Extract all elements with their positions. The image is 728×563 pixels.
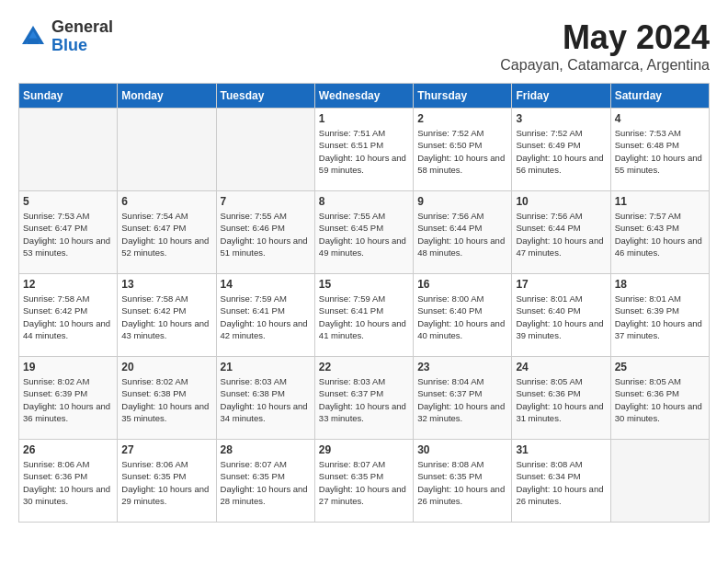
day-info: Sunrise: 7:59 AMSunset: 6:41 PMDaylight:… <box>221 293 311 341</box>
day-info: Sunrise: 8:07 AMSunset: 6:35 PMDaylight:… <box>221 458 311 507</box>
day-info: Sunrise: 7:53 AMSunset: 6:47 PMDaylight:… <box>23 210 113 259</box>
day-number: 20 <box>121 361 211 373</box>
day-info: Sunrise: 7:55 AMSunset: 6:46 PMDaylight:… <box>221 210 311 259</box>
day-number: 2 <box>417 112 507 125</box>
day-number: 12 <box>23 278 113 291</box>
day-number: 27 <box>121 443 211 456</box>
day-number: 28 <box>221 443 311 456</box>
day-number: 3 <box>516 112 606 125</box>
calendar-day-cell: 1Sunrise: 7:51 AMSunset: 6:51 PMDaylight… <box>314 109 413 191</box>
calendar-day-cell: 5Sunrise: 7:53 AMSunset: 6:47 PMDaylight… <box>19 191 118 274</box>
calendar-day-header: Friday <box>512 84 610 109</box>
calendar-day-cell: 20Sunrise: 8:02 AMSunset: 6:38 PMDayligh… <box>118 357 216 440</box>
calendar-day-cell: 19Sunrise: 8:02 AMSunset: 6:39 PMDayligh… <box>19 357 118 440</box>
calendar-day-cell: 22Sunrise: 8:03 AMSunset: 6:37 PMDayligh… <box>314 357 413 440</box>
day-number: 18 <box>615 278 705 291</box>
day-info: Sunrise: 8:03 AMSunset: 6:38 PMDaylight:… <box>221 375 311 424</box>
calendar-day-cell: 9Sunrise: 7:56 AMSunset: 6:44 PMDaylight… <box>414 191 512 274</box>
day-number: 14 <box>221 278 311 291</box>
day-info: Sunrise: 8:01 AMSunset: 6:39 PMDaylight:… <box>615 293 705 341</box>
month-title: May 2024 <box>500 18 710 57</box>
calendar-day-cell: 28Sunrise: 8:07 AMSunset: 6:35 PMDayligh… <box>216 440 314 523</box>
day-info: Sunrise: 8:03 AMSunset: 6:37 PMDaylight:… <box>319 375 409 424</box>
calendar-day-cell: 11Sunrise: 7:57 AMSunset: 6:43 PMDayligh… <box>610 191 709 274</box>
day-info: Sunrise: 7:58 AMSunset: 6:42 PMDaylight:… <box>23 293 113 341</box>
logo-blue-text: Blue <box>51 36 87 54</box>
calendar-day-cell: 25Sunrise: 8:05 AMSunset: 6:36 PMDayligh… <box>610 357 709 440</box>
day-info: Sunrise: 7:54 AMSunset: 6:47 PMDaylight:… <box>121 210 211 259</box>
day-info: Sunrise: 7:51 AMSunset: 6:51 PMDaylight:… <box>319 127 409 176</box>
day-number: 15 <box>319 278 409 291</box>
day-number: 25 <box>615 361 705 373</box>
day-number: 31 <box>516 443 606 456</box>
day-number: 26 <box>23 443 113 456</box>
day-number: 9 <box>417 195 507 208</box>
day-number: 6 <box>121 195 211 208</box>
day-info: Sunrise: 8:02 AMSunset: 6:39 PMDaylight:… <box>23 375 113 424</box>
calendar-day-cell: 6Sunrise: 7:54 AMSunset: 6:47 PMDaylight… <box>118 191 216 274</box>
calendar-day-header: Thursday <box>414 84 512 109</box>
calendar-day-cell <box>610 440 709 523</box>
day-info: Sunrise: 7:52 AMSunset: 6:50 PMDaylight:… <box>417 127 507 176</box>
calendar-week-row: 12Sunrise: 7:58 AMSunset: 6:42 PMDayligh… <box>19 274 710 357</box>
calendar-day-cell: 7Sunrise: 7:55 AMSunset: 6:46 PMDaylight… <box>216 191 314 274</box>
calendar-day-cell: 17Sunrise: 8:01 AMSunset: 6:40 PMDayligh… <box>512 274 610 357</box>
calendar-day-header: Wednesday <box>314 84 413 109</box>
calendar-day-cell <box>118 109 216 191</box>
calendar-day-cell: 31Sunrise: 8:08 AMSunset: 6:34 PMDayligh… <box>512 440 610 523</box>
day-number: 13 <box>121 278 211 291</box>
day-number: 16 <box>417 278 507 291</box>
day-number: 30 <box>417 443 507 456</box>
calendar-day-cell: 12Sunrise: 7:58 AMSunset: 6:42 PMDayligh… <box>19 274 118 357</box>
day-number: 21 <box>221 361 311 373</box>
calendar-day-cell: 30Sunrise: 8:08 AMSunset: 6:35 PMDayligh… <box>414 440 512 523</box>
calendar-day-header: Saturday <box>610 84 709 109</box>
calendar-day-cell: 18Sunrise: 8:01 AMSunset: 6:39 PMDayligh… <box>610 274 709 357</box>
day-info: Sunrise: 7:56 AMSunset: 6:44 PMDaylight:… <box>516 210 606 259</box>
day-info: Sunrise: 8:08 AMSunset: 6:35 PMDaylight:… <box>417 458 507 507</box>
day-number: 22 <box>319 361 409 373</box>
day-number: 23 <box>417 361 507 373</box>
day-info: Sunrise: 8:05 AMSunset: 6:36 PMDaylight:… <box>615 375 705 424</box>
calendar-day-cell <box>19 109 118 191</box>
calendar-day-cell: 2Sunrise: 7:52 AMSunset: 6:50 PMDaylight… <box>414 109 512 191</box>
day-info: Sunrise: 7:56 AMSunset: 6:44 PMDaylight:… <box>417 210 507 259</box>
day-number: 7 <box>221 195 311 208</box>
logo-general-text: General <box>51 17 113 36</box>
calendar-body: 1Sunrise: 7:51 AMSunset: 6:51 PMDaylight… <box>19 109 710 523</box>
calendar-day-cell: 24Sunrise: 8:05 AMSunset: 6:36 PMDayligh… <box>512 357 610 440</box>
day-info: Sunrise: 8:01 AMSunset: 6:40 PMDaylight:… <box>516 293 606 341</box>
calendar-day-cell <box>216 109 314 191</box>
calendar-week-row: 19Sunrise: 8:02 AMSunset: 6:39 PMDayligh… <box>19 357 710 440</box>
day-info: Sunrise: 8:08 AMSunset: 6:34 PMDaylight:… <box>516 458 606 507</box>
calendar-week-row: 1Sunrise: 7:51 AMSunset: 6:51 PMDaylight… <box>19 109 710 191</box>
day-info: Sunrise: 8:05 AMSunset: 6:36 PMDaylight:… <box>516 375 606 424</box>
location-subtitle: Capayan, Catamarca, Argentina <box>500 57 710 74</box>
page-header: General Blue May 2024 Capayan, Catamarca… <box>18 18 710 74</box>
day-info: Sunrise: 7:52 AMSunset: 6:49 PMDaylight:… <box>516 127 606 176</box>
calendar-day-header: Monday <box>118 84 216 109</box>
calendar-day-cell: 10Sunrise: 7:56 AMSunset: 6:44 PMDayligh… <box>512 191 610 274</box>
calendar-day-cell: 4Sunrise: 7:53 AMSunset: 6:48 PMDaylight… <box>610 109 709 191</box>
day-info: Sunrise: 7:55 AMSunset: 6:45 PMDaylight:… <box>319 210 409 259</box>
day-number: 10 <box>516 195 606 208</box>
day-info: Sunrise: 8:04 AMSunset: 6:37 PMDaylight:… <box>417 375 507 424</box>
day-number: 4 <box>615 112 705 125</box>
day-number: 1 <box>319 112 409 125</box>
day-info: Sunrise: 7:57 AMSunset: 6:43 PMDaylight:… <box>615 210 705 259</box>
calendar-table: SundayMondayTuesdayWednesdayThursdayFrid… <box>18 83 710 523</box>
calendar-day-cell: 15Sunrise: 7:59 AMSunset: 6:41 PMDayligh… <box>314 274 413 357</box>
day-info: Sunrise: 8:06 AMSunset: 6:35 PMDaylight:… <box>121 458 211 507</box>
calendar-day-cell: 13Sunrise: 7:58 AMSunset: 6:42 PMDayligh… <box>118 274 216 357</box>
day-info: Sunrise: 7:53 AMSunset: 6:48 PMDaylight:… <box>615 127 705 176</box>
calendar-day-cell: 23Sunrise: 8:04 AMSunset: 6:37 PMDayligh… <box>414 357 512 440</box>
day-info: Sunrise: 8:07 AMSunset: 6:35 PMDaylight:… <box>319 458 409 507</box>
day-number: 24 <box>516 361 606 373</box>
day-number: 29 <box>319 443 409 456</box>
day-number: 11 <box>615 195 705 208</box>
day-info: Sunrise: 8:00 AMSunset: 6:40 PMDaylight:… <box>417 293 507 341</box>
calendar-header-row: SundayMondayTuesdayWednesdayThursdayFrid… <box>19 84 710 109</box>
logo: General Blue <box>18 18 113 55</box>
day-info: Sunrise: 8:06 AMSunset: 6:36 PMDaylight:… <box>23 458 113 507</box>
calendar-day-cell: 21Sunrise: 8:03 AMSunset: 6:38 PMDayligh… <box>216 357 314 440</box>
